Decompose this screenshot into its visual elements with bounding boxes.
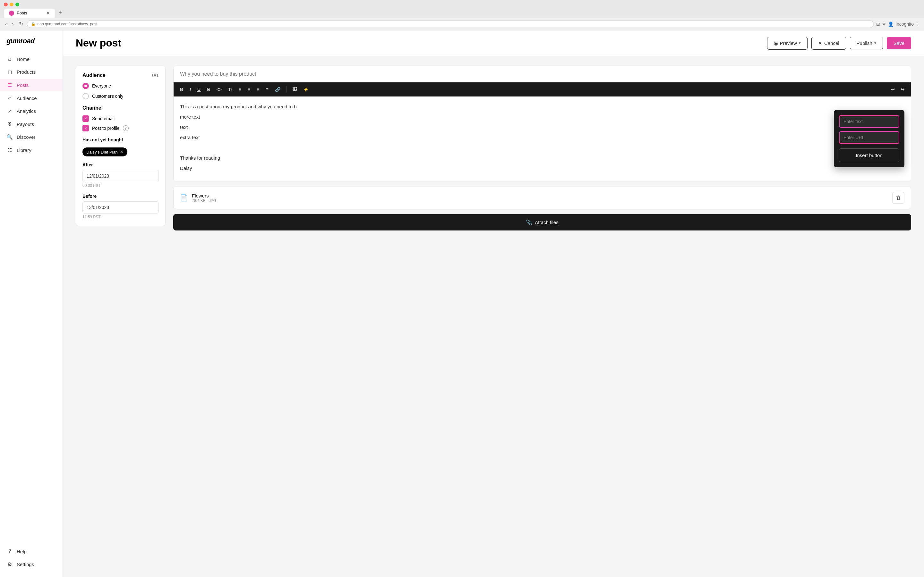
sidebar-item-analytics[interactable]: ↗ Analytics <box>0 105 63 117</box>
button-insert-tool[interactable]: ⚡ <box>301 85 310 93</box>
sidebar-item-label: Payouts <box>17 121 34 127</box>
sidebar-item-settings[interactable]: ⚙ Settings <box>0 558 63 571</box>
tab-close-button[interactable]: ✕ <box>46 11 50 16</box>
editor-card: B I U S <> Tr ≡ ≡ ≡ ❝ 🔗 🖼 ⚡ <box>173 66 911 181</box>
audience-card: Audience 0/1 Everyone Customers only <box>76 66 166 226</box>
file-card: 📄 Flowers 78.4 KB · JPG 🗑 <box>173 187 911 209</box>
button-text-input[interactable] <box>839 115 899 128</box>
sidebar-item-help[interactable]: ? Help <box>0 545 63 558</box>
page-title: New post <box>76 37 121 49</box>
underline-button[interactable]: U <box>195 85 202 93</box>
incognito-label[interactable]: Incognito <box>895 21 914 27</box>
sidebar-item-payouts[interactable]: $ Payouts <box>0 118 63 130</box>
before-date-section: Before 11:59 PST <box>82 193 159 219</box>
bold-button[interactable]: B <box>178 85 185 93</box>
sidebar-item-home[interactable]: ⌂ Home <box>0 53 63 65</box>
post-to-profile-checkbox[interactable]: ✓ Post to profile ? <box>82 125 159 131</box>
audience-icon: ♂ <box>6 95 13 101</box>
bullet-list-button[interactable]: ≡ <box>237 85 243 93</box>
audience-section-title: Audience 0/1 <box>82 73 159 78</box>
sidebar-item-audience[interactable]: ♂ Audience <box>0 92 63 104</box>
file-meta: 78.4 KB · JPG <box>192 198 888 203</box>
after-date-input[interactable] <box>82 170 159 182</box>
align-button[interactable]: ≡ <box>255 85 261 93</box>
sidebar-item-label: Home <box>17 56 29 62</box>
cancel-label: Cancel <box>824 40 839 46</box>
send-email-label: Send email <box>92 116 115 121</box>
chevron-down-icon: ▾ <box>799 41 801 45</box>
discover-icon: 🔍 <box>6 134 13 140</box>
customers-only-radio[interactable]: Customers only <box>82 93 159 99</box>
sidebar-item-library[interactable]: ☷ Library <box>0 144 63 156</box>
bookmark-icon[interactable]: ★ <box>882 21 886 27</box>
cancel-button[interactable]: ✕ Cancel <box>811 37 846 50</box>
button-url-input[interactable] <box>839 131 899 144</box>
file-delete-button[interactable]: 🗑 <box>892 192 905 203</box>
italic-button[interactable]: I <box>188 85 193 93</box>
redo-button[interactable]: ↪ <box>899 85 906 93</box>
send-email-checkbox[interactable]: ✓ Send email <box>82 115 159 122</box>
sidebar-item-label: Posts <box>17 82 29 88</box>
file-name: Flowers <box>192 193 888 198</box>
logo: gumroad <box>0 37 63 53</box>
home-icon: ⌂ <box>6 56 13 62</box>
customers-only-radio-circle <box>82 93 89 99</box>
subject-input[interactable] <box>174 66 911 82</box>
filter-tag-remove-button[interactable]: ✕ <box>120 149 124 155</box>
editor-line-5 <box>180 144 905 152</box>
editor-line-1: This is a post about my product and why … <box>180 103 905 111</box>
right-panel: B I U S <> Tr ≡ ≡ ≡ ❝ 🔗 🖼 ⚡ <box>173 66 911 567</box>
publish-button[interactable]: Publish ▾ <box>850 37 883 49</box>
close-button[interactable] <box>4 3 8 6</box>
channel-section: Channel ✓ Send email ✓ Post to profile ? <box>82 105 159 131</box>
file-icon: 📄 <box>180 194 188 201</box>
link-button[interactable]: 🔗 <box>273 85 282 93</box>
minimize-button[interactable] <box>10 3 13 6</box>
image-button[interactable]: 🖼 <box>290 85 299 93</box>
sidebar-item-products[interactable]: ◻ Products <box>0 66 63 78</box>
sidebar-item-discover[interactable]: 🔍 Discover <box>0 131 63 143</box>
profile-icon[interactable]: 👤 <box>888 21 893 27</box>
strikethrough-button[interactable]: S <box>205 85 212 93</box>
browser-tab-posts[interactable]: Posts ✕ <box>4 9 55 18</box>
forward-button[interactable]: › <box>11 20 15 28</box>
back-button[interactable]: ‹ <box>4 20 8 28</box>
products-icon: ◻ <box>6 69 13 75</box>
address-bar[interactable]: 🔒 app.gumroad.com/posts#new_post <box>27 20 874 28</box>
attach-files-button[interactable]: 📎 Attach files <box>173 214 911 230</box>
preview-button[interactable]: ◉ Preview ▾ <box>767 37 808 50</box>
maximize-button[interactable] <box>15 3 19 6</box>
audience-count: 0/1 <box>152 73 159 78</box>
attach-icon: 📎 <box>526 219 532 226</box>
after-time-hint: 00:00 PST <box>82 183 159 188</box>
menu-icon[interactable]: ⋮ <box>916 21 920 27</box>
everyone-radio[interactable]: Everyone <box>82 83 159 89</box>
insert-button-button[interactable]: Insert button <box>839 148 899 162</box>
undo-button[interactable]: ↩ <box>889 85 897 93</box>
radio-dot <box>84 85 87 87</box>
code-button[interactable]: <> <box>214 85 223 93</box>
transform-button[interactable]: Tr <box>226 85 234 93</box>
attach-label: Attach files <box>535 219 558 225</box>
blockquote-button[interactable]: ❝ <box>264 85 270 93</box>
cast-icon[interactable]: ⊟ <box>876 21 880 27</box>
channel-title: Channel <box>82 105 159 111</box>
filter-tag-label: Daisy's Diet Plan <box>86 150 118 155</box>
new-tab-button[interactable]: + <box>57 8 65 18</box>
posts-icon: ☰ <box>6 82 13 88</box>
page-header: New post ◉ Preview ▾ ✕ Cancel Publish ▾ … <box>63 31 924 56</box>
analytics-icon: ↗ <box>6 108 13 114</box>
send-email-check: ✓ <box>82 115 89 122</box>
editor-toolbar: B I U S <> Tr ≡ ≡ ≡ ❝ 🔗 🖼 ⚡ <box>174 82 911 97</box>
reload-button[interactable]: ↻ <box>18 19 24 28</box>
help-badge-icon[interactable]: ? <box>123 125 129 131</box>
editor-line-4: extra text <box>180 134 905 141</box>
url-text: app.gumroad.com/posts#new_post <box>37 22 97 26</box>
sidebar-item-posts[interactable]: ☰ Posts <box>0 79 63 91</box>
editor-body[interactable]: This is a post about my product and why … <box>174 97 911 181</box>
preview-icon: ◉ <box>774 40 778 46</box>
save-button[interactable]: Save <box>887 37 911 49</box>
numbered-list-button[interactable]: ≡ <box>246 85 252 93</box>
before-date-input[interactable] <box>82 201 159 213</box>
library-icon: ☷ <box>6 147 13 153</box>
